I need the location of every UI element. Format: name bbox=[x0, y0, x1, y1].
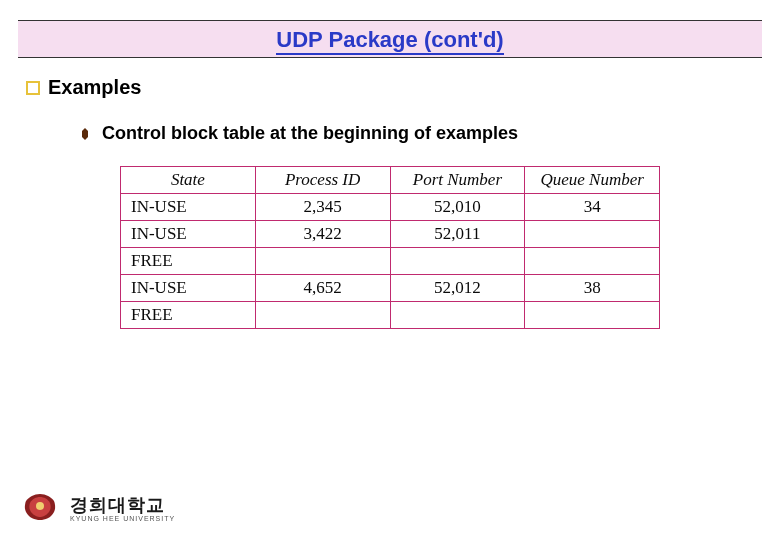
cell-port bbox=[390, 248, 525, 275]
col-state: State bbox=[121, 167, 256, 194]
square-bullet-icon bbox=[26, 81, 40, 95]
cell-state: IN-USE bbox=[121, 275, 256, 302]
control-block-table: State Process ID Port Number Queue Numbe… bbox=[120, 166, 660, 329]
table-header-row: State Process ID Port Number Queue Numbe… bbox=[121, 167, 660, 194]
table-row: IN-USE 2,345 52,010 34 bbox=[121, 194, 660, 221]
cell-queue bbox=[525, 248, 660, 275]
cell-pid: 4,652 bbox=[255, 275, 390, 302]
col-pid: Process ID bbox=[255, 167, 390, 194]
sub-bullet-control-block: Control block table at the beginning of … bbox=[78, 123, 754, 144]
table-row: IN-USE 3,422 52,011 bbox=[121, 221, 660, 248]
logo-text: 경희대학교 KYUNG HEE UNIVERSITY bbox=[70, 493, 175, 522]
col-port: Port Number bbox=[390, 167, 525, 194]
cell-port bbox=[390, 302, 525, 329]
cell-pid bbox=[255, 302, 390, 329]
sub-bullet-text: Control block table at the beginning of … bbox=[102, 123, 518, 144]
col-queue: Queue Number bbox=[525, 167, 660, 194]
cell-port: 52,012 bbox=[390, 275, 525, 302]
cell-queue bbox=[525, 221, 660, 248]
logo-korean: 경희대학교 bbox=[70, 493, 175, 517]
crest-icon bbox=[20, 492, 60, 522]
cell-port: 52,010 bbox=[390, 194, 525, 221]
table-row: FREE bbox=[121, 302, 660, 329]
cell-state: FREE bbox=[121, 302, 256, 329]
cell-queue bbox=[525, 302, 660, 329]
title-bar: UDP Package (cont'd) bbox=[18, 20, 762, 58]
cell-state: IN-USE bbox=[121, 194, 256, 221]
cell-pid: 2,345 bbox=[255, 194, 390, 221]
logo-english: KYUNG HEE UNIVERSITY bbox=[70, 515, 175, 522]
cell-state: FREE bbox=[121, 248, 256, 275]
slide-title: UDP Package (cont'd) bbox=[276, 27, 503, 53]
cell-queue: 34 bbox=[525, 194, 660, 221]
university-logo: 경희대학교 KYUNG HEE UNIVERSITY bbox=[20, 492, 175, 522]
content-area: Examples Control block table at the begi… bbox=[0, 58, 780, 329]
cell-state: IN-USE bbox=[121, 221, 256, 248]
bullet-examples: Examples bbox=[26, 76, 754, 99]
control-block-table-wrap: State Process ID Port Number Queue Numbe… bbox=[120, 166, 660, 329]
diamond-bullet-icon bbox=[78, 127, 92, 141]
svg-point-0 bbox=[36, 502, 44, 510]
cell-pid: 3,422 bbox=[255, 221, 390, 248]
table-row: FREE bbox=[121, 248, 660, 275]
table-row: IN-USE 4,652 52,012 38 bbox=[121, 275, 660, 302]
bullet-text: Examples bbox=[48, 76, 141, 99]
cell-pid bbox=[255, 248, 390, 275]
cell-port: 52,011 bbox=[390, 221, 525, 248]
cell-queue: 38 bbox=[525, 275, 660, 302]
